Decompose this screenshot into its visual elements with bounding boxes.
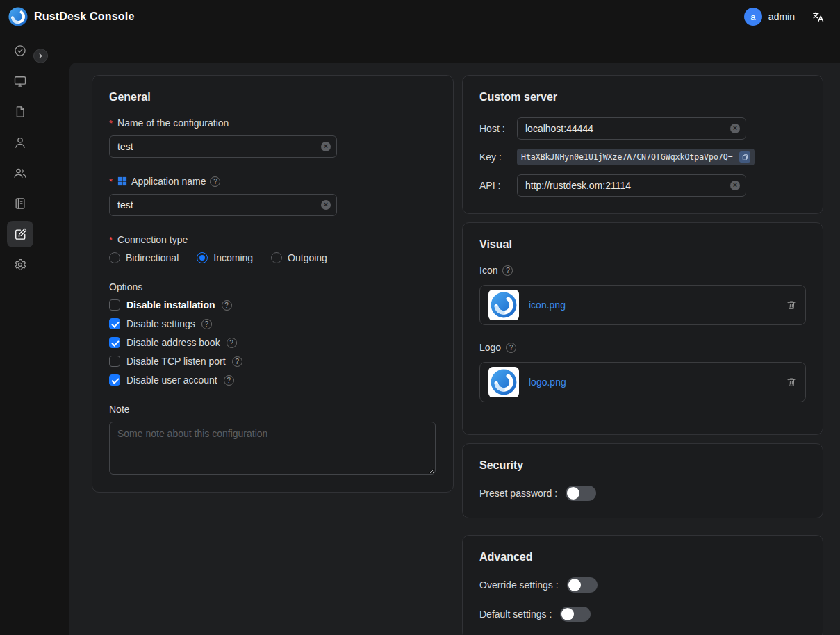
trash-icon[interactable] [786, 299, 797, 311]
logo-thumbnail [488, 367, 519, 397]
clear-icon[interactable]: × [730, 181, 740, 190]
override-settings-row: Override settings : [479, 577, 806, 593]
app-name-label: Application name [131, 176, 206, 187]
config-name-label: Name of the configuration [117, 117, 229, 129]
default-settings-toggle[interactable] [560, 607, 591, 622]
brand[interactable]: RustDesk Console [8, 7, 135, 26]
radio-outgoing[interactable]: Outgoing [271, 252, 327, 263]
groups-icon [13, 166, 27, 180]
clear-icon[interactable]: × [730, 124, 740, 133]
checkbox-box[interactable] [109, 356, 120, 367]
checkbox-label: Disable address book [126, 337, 220, 348]
radio-circle[interactable] [271, 252, 282, 263]
security-card: Security Preset password : [462, 443, 823, 518]
icon-upload-label: Icon [479, 265, 497, 276]
host-input[interactable] [517, 117, 746, 140]
sidebar-expand-button[interactable] [33, 49, 48, 63]
checkbox-disable-tcp-listen-port[interactable]: Disable TCP listen port ? [109, 356, 436, 367]
checkbox-box[interactable] [109, 337, 120, 348]
host-input-wrap: × [517, 117, 746, 140]
key-value-chip: HtaXBkJNHyn0e1U1jWXze7A7CN7QTGWqxkOtpaVp… [517, 149, 755, 165]
config-name-group: * Name of the configuration × [109, 117, 436, 158]
general-card: General * Name of the configuration × [92, 75, 454, 493]
help-icon[interactable]: ? [506, 343, 516, 353]
config-name-input-wrap: × [109, 135, 337, 158]
content-area: General * Name of the configuration × [40, 33, 840, 635]
radio-label: Bidirectional [126, 252, 179, 263]
toggle-knob [561, 608, 574, 620]
icon-file-box: icon.png [479, 285, 806, 325]
help-icon[interactable]: ? [502, 265, 513, 276]
logo-file-link[interactable]: logo.png [529, 377, 776, 388]
checkbox-disable-settings[interactable]: Disable settings ? [109, 318, 436, 329]
key-label: Key : [479, 151, 517, 163]
content-panel: General * Name of the configuration × [69, 63, 840, 635]
topbar-right: a admin [744, 8, 825, 26]
right-column: Custom server Host : × Key : HtaXBkJNHy [462, 75, 823, 635]
settings-icon [13, 258, 27, 272]
copy-icon[interactable] [739, 151, 750, 163]
default-settings-label: Default settings : [479, 609, 552, 620]
checkbox-disable-user-account[interactable]: Disable user account ? [109, 374, 436, 386]
api-label: API : [479, 180, 517, 191]
sidebar-item-dashboard[interactable] [7, 38, 33, 64]
help-icon[interactable]: ? [224, 375, 234, 386]
checkbox-box[interactable] [109, 374, 120, 386]
radio-bidirectional[interactable]: Bidirectional [109, 252, 179, 263]
visual-card: Visual Icon ? icon.png [462, 222, 823, 435]
trash-icon[interactable] [786, 377, 797, 388]
icon-file-link[interactable]: icon.png [529, 299, 776, 311]
checkbox-label: Disable installation [126, 299, 215, 311]
sidebar-item-custom-client[interactable] [7, 221, 33, 247]
user-icon [13, 135, 27, 149]
avatar: a [744, 8, 762, 26]
note-textarea[interactable] [109, 422, 436, 475]
sidebar-item-documents[interactable] [7, 99, 33, 125]
sidebar-item-groups[interactable] [7, 160, 33, 186]
api-row: API : × [479, 174, 806, 197]
radio-label: Outgoing [288, 252, 327, 263]
help-icon[interactable]: ? [222, 300, 232, 311]
checkbox-disable-installation[interactable]: Disable installation ? [109, 299, 436, 311]
logo-upload-label-row: Logo ? [479, 342, 806, 353]
clear-icon[interactable]: × [321, 142, 331, 151]
windows-icon [117, 176, 127, 186]
note-group: Note [109, 404, 436, 477]
toggle-knob [567, 487, 579, 500]
preset-password-toggle[interactable] [566, 486, 596, 501]
connection-type-radio-group: Bidirectional Incoming Outgoing [109, 252, 436, 263]
app-name-label-row: * Application name ? [109, 176, 436, 187]
radio-circle[interactable] [109, 252, 120, 263]
sidebar-item-audit-logs[interactable] [7, 190, 33, 217]
host-label: Host : [479, 123, 517, 134]
connection-type-label: Connection type [117, 234, 188, 245]
help-icon[interactable]: ? [210, 176, 220, 187]
config-name-input[interactable] [109, 135, 337, 158]
radio-incoming[interactable]: Incoming [197, 252, 253, 263]
logo-upload-label: Logo [479, 342, 501, 353]
sidebar-item-users[interactable] [7, 129, 33, 156]
help-icon[interactable]: ? [227, 338, 237, 348]
api-input[interactable] [517, 174, 746, 197]
config-name-label-row: * Name of the configuration [109, 117, 436, 129]
rustdesk-logo-icon [8, 7, 28, 26]
help-icon[interactable]: ? [232, 356, 242, 367]
clear-icon[interactable]: × [321, 200, 331, 210]
user-menu[interactable]: a admin [744, 8, 795, 26]
general-title: General [109, 91, 436, 104]
options-group: Options Disable installation ? Disable s… [109, 281, 436, 386]
connection-type-label-row: * Connection type [109, 234, 436, 245]
checkbox-disable-address-book[interactable]: Disable address book ? [109, 337, 436, 348]
sidebar-item-devices[interactable] [7, 68, 33, 94]
sidebar-item-settings[interactable] [7, 251, 33, 278]
devices-icon [13, 74, 27, 88]
documents-icon [13, 105, 27, 119]
override-settings-toggle[interactable] [567, 577, 598, 593]
app-name-input[interactable] [109, 194, 337, 216]
checkbox-box[interactable] [109, 318, 120, 329]
help-icon[interactable]: ? [201, 319, 212, 329]
language-icon[interactable] [812, 10, 825, 24]
checkbox-label: Disable settings [126, 318, 195, 329]
radio-circle[interactable] [197, 252, 208, 263]
checkbox-box[interactable] [109, 299, 120, 311]
